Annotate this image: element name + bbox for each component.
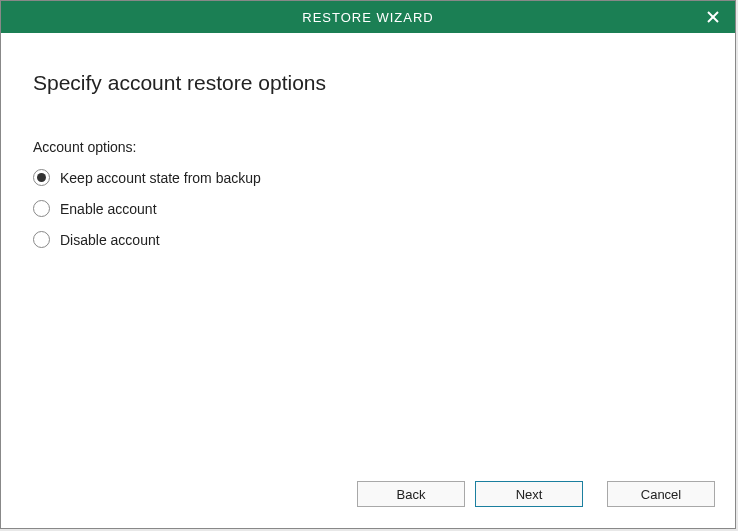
titlebar: RESTORE WIZARD (1, 1, 735, 33)
radio-keep-state[interactable]: Keep account state from backup (33, 169, 703, 186)
back-button[interactable]: Back (357, 481, 465, 507)
window-title: RESTORE WIZARD (302, 10, 434, 25)
content-area: Specify account restore options Account … (1, 33, 735, 474)
cancel-button[interactable]: Cancel (607, 481, 715, 507)
radio-icon (33, 231, 50, 248)
section-label: Account options: (33, 139, 703, 155)
radio-label: Disable account (60, 232, 160, 248)
close-icon (707, 11, 719, 23)
radio-disable-account[interactable]: Disable account (33, 231, 703, 248)
footer: Back Next Cancel (1, 474, 735, 528)
radio-label: Enable account (60, 201, 157, 217)
close-button[interactable] (691, 1, 735, 33)
radio-icon (33, 169, 50, 186)
wizard-window: RESTORE WIZARD Specify account restore o… (0, 0, 736, 529)
page-title: Specify account restore options (33, 71, 703, 95)
radio-label: Keep account state from backup (60, 170, 261, 186)
radio-enable-account[interactable]: Enable account (33, 200, 703, 217)
next-button[interactable]: Next (475, 481, 583, 507)
account-options-group: Keep account state from backup Enable ac… (33, 169, 703, 248)
radio-icon (33, 200, 50, 217)
